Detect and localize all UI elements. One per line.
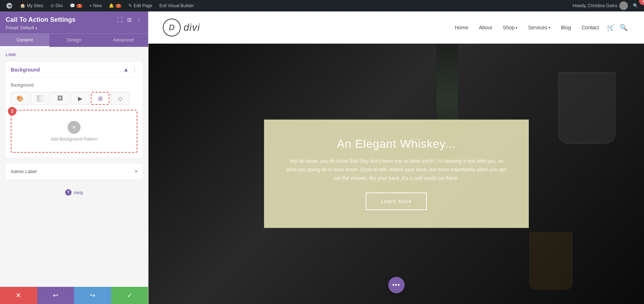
mask-icon: ◇ [118, 95, 122, 102]
admin-label-title: Admin Label [11, 169, 36, 174]
cancel-icon: ✕ [16, 291, 21, 299]
undo-button[interactable]: ↩ [37, 287, 74, 304]
video-icon: ▶ [78, 95, 82, 102]
services-dropdown-icon: ▾ [548, 26, 550, 30]
color-swatch-icon: 🎨 [16, 95, 24, 102]
background-type-row: 🎨 🖼 ▶ ⊞ [11, 92, 137, 105]
site-logo[interactable]: D divi [163, 19, 200, 36]
divi-item[interactable]: ⊙ Divi [48, 0, 65, 11]
bg-type-image-button[interactable]: 🖼 [51, 92, 69, 105]
cta-title: An Elegant Whiskey... [286, 137, 507, 151]
pencil-icon: ✎ [128, 3, 132, 8]
cart-button[interactable]: 🛒 [605, 21, 617, 34]
save-button[interactable]: ✓ [111, 287, 148, 304]
wp-logo-item[interactable] [3, 0, 16, 11]
background-section: Background ▲ ⋮ Background 1 [6, 62, 142, 158]
hero-glass-decoration-bottom [530, 232, 572, 290]
help-label: Help [74, 190, 83, 195]
panel-layout-button[interactable]: ⊞ [126, 16, 132, 24]
divi-icon: ⊙ [50, 3, 54, 8]
background-menu-button[interactable]: ⋮ [132, 66, 137, 73]
preset-arrow-icon: ▾ [35, 26, 37, 30]
bg-type-pattern-button[interactable]: ⊞ [91, 92, 109, 105]
help-icon: ? [65, 189, 72, 196]
gradient-icon [37, 95, 43, 102]
help-section[interactable]: ? Help [6, 185, 142, 200]
bg-type-gradient-button[interactable] [31, 92, 49, 105]
panel-title: Call To Action Settings [6, 16, 75, 24]
action-bar: ✕ ↩ ↪ ✓ [0, 287, 148, 304]
cart-icon: 🛒 [607, 24, 615, 31]
add-pattern-plus-icon: + [68, 121, 80, 134]
cancel-button[interactable]: ✕ [0, 287, 37, 304]
admin-label-arrow-icon: ▾ [135, 168, 137, 174]
cta-body: You do know, you do know that they don't… [286, 157, 507, 182]
site-preview: D divi Home About Shop ▾ Services ▾ [148, 11, 644, 304]
shop-dropdown-icon: ▾ [516, 26, 517, 30]
background-collapse-button[interactable]: ▲ [123, 67, 129, 73]
comments-icon: 💬 [70, 3, 75, 8]
tab-content[interactable]: Content [0, 34, 49, 47]
comments-item[interactable]: 💬 3 [67, 0, 85, 11]
admin-label-toggle[interactable]: Admin Label ▾ [6, 163, 142, 179]
redo-icon: ↪ [90, 291, 95, 299]
tab-design[interactable]: Design [49, 34, 99, 47]
new-item[interactable]: + New [87, 0, 104, 11]
cta-box: An Elegant Whiskey... You do know, you d… [264, 119, 529, 228]
comments-count: 3 [77, 4, 82, 8]
badge-2: 2 [8, 107, 16, 116]
save-icon: ✓ [127, 291, 132, 299]
cta-learn-more-button[interactable]: Learn More [366, 193, 427, 210]
link-section-stub: Link [6, 53, 142, 58]
logo-text: divi [184, 22, 200, 33]
settings-panel: Call To Action Settings ⛶ ⊞ ⋮ Preset: De… [0, 11, 148, 304]
wp-admin-bar: 🏠 My Sites ⊙ Divi 💬 3 + New 🔔 0 ✎ Edit P… [0, 0, 644, 11]
my-sites-item[interactable]: 🏠 My Sites [17, 0, 46, 11]
bell-icon: 🔔 [109, 3, 114, 8]
edit-page-button[interactable]: ✎ Edit Page [126, 0, 155, 11]
user-avatar[interactable] [619, 1, 628, 10]
panel-more-button[interactable]: ⋮ [135, 16, 142, 24]
nav-home[interactable]: Home [450, 22, 473, 33]
undo-icon: ↩ [53, 291, 58, 299]
house-icon: 🏠 [20, 3, 25, 8]
nav-shop[interactable]: Shop ▾ [498, 22, 522, 33]
howdy-section: Howdy, Christina Gwira [573, 1, 628, 10]
bg-type-video-button[interactable]: ▶ [71, 92, 89, 105]
hero-section: An Elegant Whiskey... You do know, you d… [148, 44, 644, 304]
bg-type-color-button[interactable]: 🎨 [11, 92, 29, 105]
tab-advanced[interactable]: Advanced [99, 34, 148, 47]
nav-about[interactable]: About [474, 22, 497, 33]
panel-header: Call To Action Settings ⛶ ⊞ ⋮ Preset: De… [0, 11, 148, 33]
background-label: Background [11, 83, 34, 88]
nav-contact[interactable]: Contact [577, 22, 604, 33]
floating-options-button[interactable]: ••• [388, 277, 405, 293]
add-pattern-label: Add Background Pattern [51, 137, 98, 142]
redo-button[interactable]: ↪ [74, 287, 111, 304]
notifications-count: 0 [116, 4, 121, 8]
panel-preset[interactable]: Preset: Default ▾ [6, 25, 142, 30]
hero-glass-decoration-right [558, 72, 615, 144]
bg-type-mask-button[interactable]: ◇ [111, 92, 130, 105]
panel-fullscreen-button[interactable]: ⛶ [116, 16, 123, 24]
search-icon: 🔍 [620, 24, 628, 31]
admin-label-section: Admin Label ▾ [6, 163, 142, 179]
nav-blog[interactable]: Blog [556, 22, 576, 33]
settings-tab-bar: Content Design Advanced [0, 33, 148, 47]
add-background-pattern-area[interactable]: 2 + Add Background Pattern [11, 110, 137, 153]
site-nav-links: Home About Shop ▾ Services ▾ Blog Contac [450, 21, 630, 34]
search-icon: 🔍 [633, 3, 638, 8]
logo-circle: D [163, 19, 181, 36]
image-icon: 🖼 [57, 95, 63, 102]
background-section-title: Background [11, 67, 40, 73]
exit-visual-builder-button[interactable]: Exit Visual Builder [156, 0, 197, 11]
background-section-body: Background 1 🎨 🖼 [6, 78, 142, 158]
search-button[interactable]: 🔍 [618, 21, 630, 34]
notifications-item[interactable]: 🔔 0 [106, 0, 124, 11]
pattern-icon: ⊞ [98, 95, 103, 102]
site-navigation: D divi Home About Shop ▾ Services ▾ [148, 11, 644, 44]
nav-services[interactable]: Services ▾ [523, 22, 555, 33]
panel-body: Link Background ▲ ⋮ Background 1 [0, 47, 148, 287]
